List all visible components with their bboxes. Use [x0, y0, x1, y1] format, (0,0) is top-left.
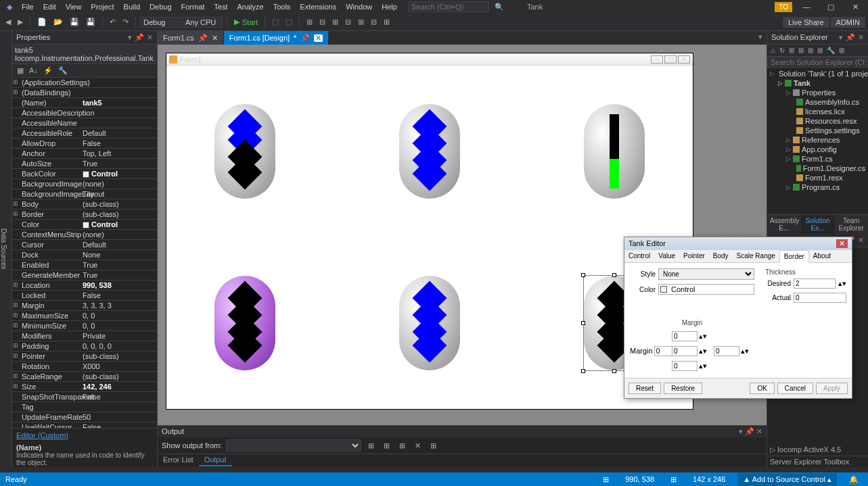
tree-node[interactable]: AssemblyInfo.cs [767, 97, 868, 107]
pin-icon[interactable]: 📌 [846, 33, 855, 42]
tank-editor-dialog[interactable]: Tank Editor ✕ ControlValuePointerBodySca… [624, 237, 852, 399]
property-row[interactable]: BackgroundImage (none) [12, 179, 157, 189]
tab-close-icon[interactable]: ✕ [212, 34, 218, 43]
se-search-input[interactable] [767, 57, 868, 68]
menu-project[interactable]: Project [87, 1, 118, 12]
dropdown-icon[interactable]: ▾ [739, 427, 743, 435]
menu-edit[interactable]: Edit [39, 1, 60, 12]
tree-node[interactable]: ▷ Program.cs [767, 183, 868, 192]
se-icon[interactable]: ⊞ [797, 46, 805, 55]
dialog-tab[interactable]: Pointer [679, 250, 709, 262]
start-button[interactable]: ▶ Start [231, 16, 260, 28]
dialog-tab[interactable]: Value [654, 250, 679, 262]
menu-analyze[interactable]: Analyze [233, 1, 268, 12]
dialog-tab[interactable]: Border [779, 250, 809, 263]
property-row[interactable]: Pointer (sub-class) [12, 351, 157, 362]
maximize-icon[interactable]: ▢ [821, 1, 841, 13]
open-icon[interactable]: 📂 [51, 16, 66, 28]
pin-icon[interactable]: 📌 [745, 427, 754, 435]
property-value[interactable] [80, 78, 157, 87]
property-row[interactable]: Color Control [12, 220, 157, 230]
solution-tree[interactable]: ▷ Solution 'Tank' (1 of 1 project) ▷ Tan… [767, 68, 868, 214]
tank-control[interactable] [214, 276, 275, 370]
property-value[interactable]: 142, 246 [80, 382, 157, 391]
property-value[interactable] [80, 402, 157, 412]
apply-button[interactable]: Apply [816, 383, 848, 394]
align-icon[interactable]: ⊞ [329, 16, 341, 28]
property-value[interactable]: 990, 538 [80, 281, 157, 290]
config-dropdown[interactable]: Debug [140, 17, 181, 28]
output-icon[interactable]: ✕ [412, 440, 424, 452]
property-row[interactable]: Margin 3, 3, 3, 3 [12, 301, 157, 311]
output-icon[interactable]: ⊞ [396, 440, 408, 452]
panel-tab[interactable]: Solution Ex... [801, 215, 835, 234]
property-value[interactable]: 0, 0 [80, 311, 157, 320]
document-tab[interactable]: Form1.cs [Design]* 📌 ✕ [224, 31, 329, 45]
tank-control[interactable] [214, 104, 275, 199]
tree-node[interactable]: ▷ References [767, 135, 868, 145]
tb-icon[interactable]: ⬚ [283, 16, 295, 28]
property-row[interactable]: BackgroundImageLayout Tile [12, 189, 157, 199]
align-icon[interactable]: ⊟ [317, 16, 328, 28]
prop-icon[interactable]: ⚡ [41, 66, 55, 76]
platform-dropdown[interactable]: Any CPU [182, 17, 223, 28]
minimize-icon[interactable]: — [796, 1, 817, 12]
se-icon[interactable]: ⊞ [816, 46, 824, 55]
form-close-icon[interactable]: ✕ [678, 55, 690, 64]
tree-node[interactable]: ▷ Properties [767, 88, 868, 97]
property-row[interactable]: (Name) tank5 [12, 98, 157, 108]
property-row[interactable]: AccessibleDescription [12, 108, 157, 118]
cancel-button[interactable]: Cancel [777, 383, 813, 394]
expand-icon[interactable]: ▷ [786, 146, 791, 153]
pin-icon[interactable]: 📌 [198, 34, 208, 43]
new-icon[interactable]: 📄 [35, 16, 49, 28]
property-row[interactable]: Cursor Default [12, 240, 157, 250]
menu-help[interactable]: Help [378, 1, 401, 12]
property-row[interactable]: UseWaitCursor False [12, 422, 157, 428]
style-dropdown[interactable]: None [658, 268, 754, 280]
menu-file[interactable]: File [18, 1, 38, 12]
se-icon[interactable]: ⊞ [838, 46, 846, 55]
property-row[interactable]: Rotation X000 [12, 362, 157, 372]
dialog-tab[interactable]: Control [624, 250, 654, 262]
property-row[interactable]: AutoSize True [12, 159, 157, 169]
property-row[interactable]: Size 142, 246 [12, 382, 157, 392]
property-row[interactable]: UpdateFrameRate 50 [12, 412, 157, 422]
property-row[interactable]: Body (sub-class) [12, 199, 157, 210]
property-row[interactable]: AccessibleRole Default [12, 128, 157, 139]
property-row[interactable]: AccessibleName [12, 118, 157, 128]
property-value[interactable]: Top, Left [80, 149, 157, 158]
tabs-dropdown-icon[interactable]: ▾ [754, 31, 767, 45]
property-row[interactable]: MinimumSize 0, 0 [12, 321, 157, 331]
tree-node[interactable]: licenses.licx [767, 107, 868, 116]
dropdown-icon[interactable]: ▾ [839, 33, 843, 42]
undo-icon[interactable]: ↶ [107, 16, 118, 28]
property-value[interactable]: True [80, 260, 157, 270]
property-row[interactable]: GenerateMember True [12, 270, 157, 281]
se-home-icon[interactable]: ⌂ [770, 46, 777, 55]
property-value[interactable]: Private [80, 331, 157, 341]
tree-node[interactable]: ▷ App.config [767, 145, 868, 154]
property-value[interactable]: Default [80, 128, 157, 138]
property-row[interactable]: ScaleRange (sub-class) [12, 372, 157, 382]
save-icon[interactable]: 💾 [67, 16, 82, 28]
menu-debug[interactable]: Debug [145, 1, 175, 12]
property-row[interactable]: Border (sub-class) [12, 210, 157, 220]
property-grid[interactable]: (ApplicationSettings) (DataBindings) (Na… [12, 78, 157, 428]
form-max-icon[interactable]: ▢ [664, 55, 677, 64]
expand-icon[interactable]: ▷ [786, 89, 791, 96]
tank-control[interactable] [399, 276, 460, 370]
property-value[interactable]: None [80, 250, 157, 260]
property-value[interactable]: 0, 0 [80, 321, 157, 331]
menu-format[interactable]: Format [177, 1, 209, 12]
property-value[interactable]: (none) [80, 230, 157, 239]
pin-icon[interactable]: 📌 [300, 34, 310, 43]
property-row[interactable]: (DataBindings) [12, 88, 157, 98]
dialog-close-icon[interactable]: ✕ [836, 239, 848, 248]
expand-icon[interactable]: ▷ [786, 155, 791, 162]
se-icon[interactable]: ⊞ [806, 46, 815, 55]
property-value[interactable] [80, 88, 157, 97]
property-row[interactable]: MaximumSize 0, 0 [12, 311, 157, 321]
property-value[interactable]: 0, 0, 0, 0 [80, 341, 157, 351]
tb-icon[interactable]: ⬚ [269, 16, 281, 28]
